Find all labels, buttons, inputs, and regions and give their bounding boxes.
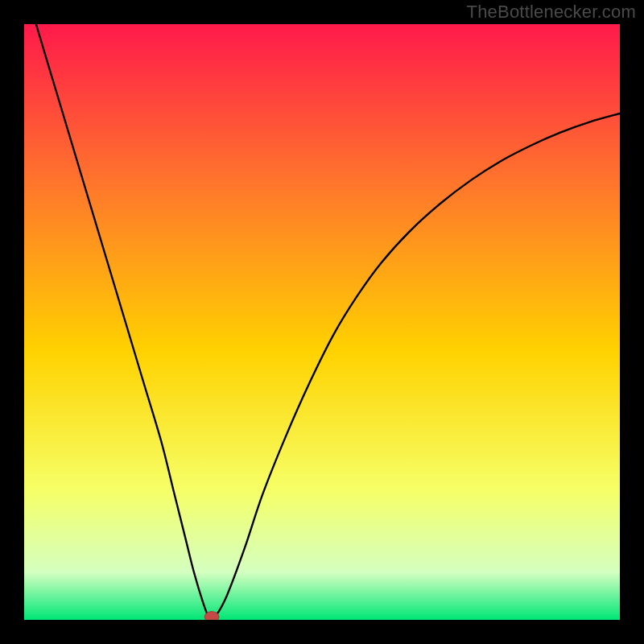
minimum-marker bbox=[204, 612, 219, 620]
plot-area bbox=[24, 24, 620, 620]
gradient-background bbox=[24, 24, 620, 620]
chart-container: TheBottlenecker.com bbox=[0, 0, 644, 644]
chart-svg bbox=[24, 24, 620, 620]
watermark-label: TheBottlenecker.com bbox=[467, 2, 636, 23]
